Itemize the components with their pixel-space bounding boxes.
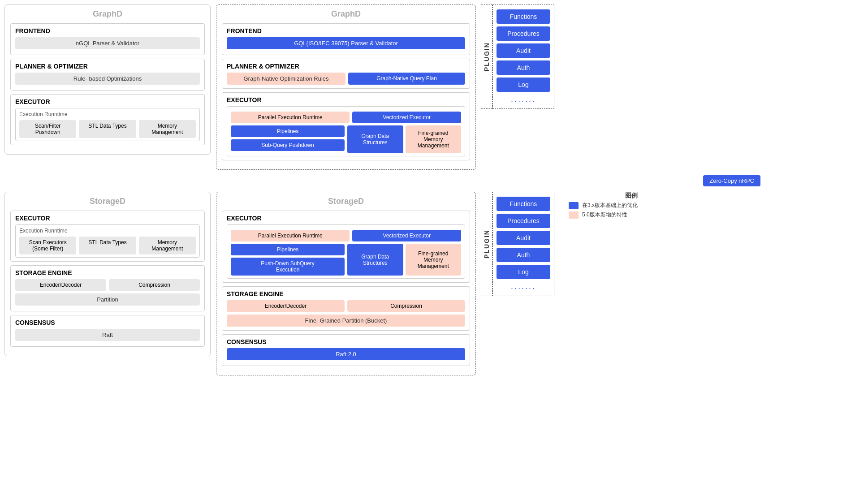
legend-pink-label: 5.0版本新增的特性	[582, 211, 627, 219]
plugin-bottom-label: PLUGIN	[481, 192, 492, 296]
plugin-bottom-functions[interactable]: Functions	[497, 197, 550, 211]
legend-blue-item: 在3.x版本基础上的优化	[569, 202, 638, 209]
bottom-row: StorageD EXECUTOR Execution Runntime Sca…	[4, 192, 864, 375]
graphd-new-subquery: Sub-Query Pushdown	[231, 139, 345, 151]
storaged-old-panel: StorageD EXECUTOR Execution Runntime Sca…	[4, 192, 211, 356]
graphd-new-exec-mid: Pipelines Sub-Query Pushdown Graph Data …	[231, 125, 461, 153]
plugin-top-auth[interactable]: Auth	[497, 60, 550, 75]
graphd-new-exec-right: Graph Data Structures Fine-grained Memor…	[347, 125, 461, 153]
graphd-old-parser: nGQL Parser & Validator	[15, 37, 200, 49]
storaged-old-consensus-label: CONSENSUS	[15, 319, 200, 326]
legend-container: 图例 在3.x版本基础上的优化 5.0版本新增的特性	[560, 192, 638, 237]
storaged-new-pushdown: Push-Down SubQuery Execution	[231, 258, 345, 276]
plugin-top-audit[interactable]: Audit	[497, 43, 550, 58]
storaged-new-executor-label: EXECUTOR	[227, 215, 465, 222]
graphd-new-frontend: FRONTEND GQL(ISO/IEC 39075) Parser & Val…	[222, 23, 470, 55]
storaged-old-executor-label: EXECUTOR	[15, 215, 200, 222]
storaged-new-title: StorageD	[222, 197, 470, 206]
legend-title: 图例	[569, 192, 638, 200]
graphd-new-executor-label: EXECUTOR	[227, 96, 465, 103]
graphd-new-graph-data: Graph Data Structures	[347, 125, 403, 153]
plugin-top-procedures[interactable]: Procedures	[497, 26, 550, 41]
zero-copy-row: Zero-Copy nRPC	[4, 175, 864, 186]
storaged-new-exec-left: Pipelines Push-Down SubQuery Execution	[231, 244, 345, 276]
plugin-top-functions[interactable]: Functions	[497, 9, 550, 24]
storaged-new-executor: EXECUTOR Parallel Execution Runtime Vect…	[222, 211, 470, 283]
plugin-bottom-procedures[interactable]: Procedures	[497, 214, 550, 228]
graphd-old-title: GraphD	[10, 9, 205, 19]
plugin-bottom-auth[interactable]: Auth	[497, 248, 550, 262]
storaged-old-raft: Raft	[15, 329, 200, 341]
storaged-new-runtime: Parallel Execution Runtime	[231, 230, 350, 241]
storaged-new-panel: StorageD EXECUTOR Parallel Execution Run…	[216, 192, 476, 375]
storaged-new-compression: Compression	[347, 300, 465, 312]
storaged-old-encoder: Encoder/Decoder	[15, 279, 106, 291]
graphd-new-executor: EXECUTOR Parallel Execution Runtime Vect…	[222, 92, 470, 160]
graphd-old-runtime: Execution Runntime	[19, 111, 196, 117]
storaged-old-memory: Memory Management	[139, 237, 196, 254]
plugin-top-buttons: Functions Procedures Audit Auth Log ....…	[492, 4, 554, 109]
plugin-bottom-audit[interactable]: Audit	[497, 231, 550, 245]
graphd-new-exec-top: Parallel Execution Runtime Vectorized Ex…	[231, 112, 461, 123]
storaged-old-title: StorageD	[10, 197, 205, 206]
storaged-old-runtime: Execution Runntime	[19, 228, 196, 234]
storaged-new-executor-inner: Parallel Execution Runtime Vectorized Ex…	[227, 224, 465, 279]
legend-pink-box	[569, 211, 579, 219]
storaged-old-partition: Partition	[15, 293, 200, 306]
storaged-old-consensus: CONSENSUS Raft	[10, 315, 205, 347]
legend-pink-item: 5.0版本新增的特性	[569, 211, 638, 219]
graphd-new-planner-item2: Graph-Native Query Plan	[348, 73, 465, 85]
graphd-new-planner-row: Graph-Native Optimization Rules Graph-Na…	[227, 73, 465, 85]
storaged-old-storage-engine: STORAGE ENGINE Encoder/Decoder Compressi…	[10, 265, 205, 311]
plugin-bottom-dots: .......	[497, 282, 550, 291]
graphd-old-planner: PLANNER & OPTIMIZER Rule- based Optimiza…	[10, 59, 205, 91]
graphd-old-stl: STL Data Types	[79, 120, 136, 138]
storaged-old-executor-inner: Execution Runntime Scan Executors (Some …	[15, 224, 200, 258]
graphd-old-panel: GraphD FRONTEND nGQL Parser & Validator …	[4, 4, 211, 155]
storaged-new-fine-grained: Fine-grained Memory Management	[406, 244, 462, 276]
storaged-new-exec-top: Parallel Execution Runtime Vectorized Ex…	[231, 230, 461, 241]
graphd-old-scan: Scan/Filter Pushdown	[19, 120, 76, 138]
storaged-new-consensus: CONSENSUS Raft 2.0	[222, 334, 470, 366]
graphd-new-vectorized: Vectorized Executor	[352, 112, 461, 123]
graphd-old-executor: EXECUTOR Execution Runntime Scan/Filter …	[10, 94, 205, 145]
storaged-new-exec-mid: Pipelines Push-Down SubQuery Execution G…	[231, 244, 461, 276]
graphd-old-planner-label: PLANNER & OPTIMIZER	[15, 63, 200, 70]
storaged-new-partition: Fine- Grained Partition (Bucket)	[227, 315, 465, 327]
storaged-new-consensus-label: CONSENSUS	[227, 338, 465, 345]
storaged-old-storage-engine-row: Encoder/Decoder Compression	[15, 279, 200, 291]
graphd-new-parser: GQL(ISO/IEC 39075) Parser & Validator	[227, 37, 465, 49]
main-container: GraphD FRONTEND nGQL Parser & Validator …	[0, 0, 868, 380]
storaged-old-executor-row: Scan Executors (Some Filter) STL Data Ty…	[19, 237, 196, 254]
legend-blue-label: 在3.x版本基础上的优化	[582, 202, 638, 209]
storaged-old-scan: Scan Executors (Some Filter)	[19, 237, 76, 254]
top-row: GraphD FRONTEND nGQL Parser & Validator …	[4, 4, 864, 170]
plugin-top-label: PLUGIN	[481, 4, 492, 109]
graphd-new-runtime: Parallel Execution Runtime	[231, 112, 350, 123]
graphd-old-memory: Memory Management	[139, 120, 196, 138]
graphd-old-executor-row: Scan/Filter Pushdown STL Data Types Memo…	[19, 120, 196, 138]
storaged-new-encoder: Encoder/Decoder	[227, 300, 345, 312]
storaged-new-storage-engine: STORAGE ENGINE Encoder/Decoder Compressi…	[222, 286, 470, 331]
graphd-new-fine-grained: Fine-grained Memory Management	[406, 125, 462, 153]
storaged-new-graph-data: Graph Data Structures	[347, 244, 403, 276]
plugin-bottom-log[interactable]: Log	[497, 265, 550, 279]
storaged-old-storage-engine-label: STORAGE ENGINE	[15, 269, 200, 276]
graphd-new-title: GraphD	[222, 9, 470, 19]
graphd-old-executor-label: EXECUTOR	[15, 98, 200, 105]
zero-copy-badge: Zero-Copy nRPC	[703, 175, 760, 186]
graphd-new-planner: PLANNER & OPTIMIZER Graph-Native Optimiz…	[222, 59, 470, 89]
graphd-old-planner-item: Rule- based Optimizations	[15, 73, 200, 85]
plugin-panel-bottom: PLUGIN Functions Procedures Audit Auth L…	[481, 192, 554, 296]
storaged-new-storage-engine-label: STORAGE ENGINE	[227, 290, 465, 297]
graphd-old-frontend: FRONTEND nGQL Parser & Validator	[10, 23, 205, 55]
storaged-new-vectorized: Vectorized Executor	[352, 230, 461, 241]
plugin-top-log[interactable]: Log	[497, 78, 550, 92]
storaged-old-executor: EXECUTOR Execution Runntime Scan Executo…	[10, 211, 205, 262]
graphd-new-pipelines: Pipelines	[231, 125, 345, 137]
storaged-new-raft: Raft 2.0	[227, 348, 465, 360]
graphd-new-executor-inner: Parallel Execution Runtime Vectorized Ex…	[227, 106, 465, 156]
storaged-new-exec-right: Graph Data Structures Fine-grained Memor…	[347, 244, 461, 276]
graphd-new-planner-item1: Graph-Native Optimization Rules	[227, 73, 345, 85]
graphd-new-frontend-label: FRONTEND	[227, 27, 465, 34]
